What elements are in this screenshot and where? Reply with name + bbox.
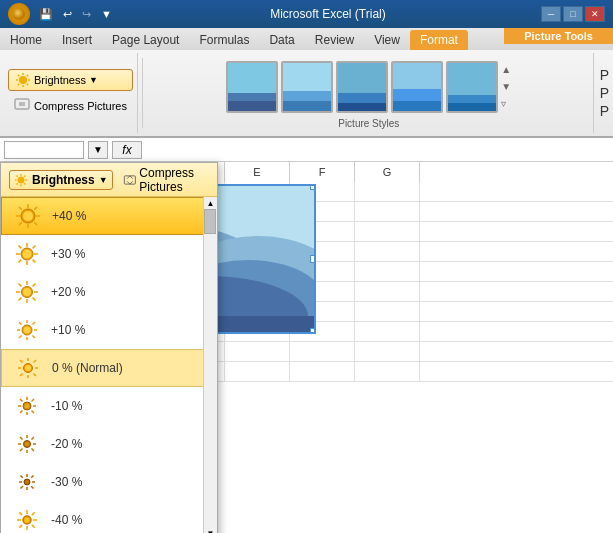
redo-btn[interactable]: ↪ bbox=[79, 7, 94, 22]
svg-rect-27 bbox=[448, 103, 498, 113]
handle-br[interactable] bbox=[310, 328, 316, 334]
cell-g15[interactable] bbox=[355, 222, 420, 241]
brightness-item-m10[interactable]: -10 % bbox=[1, 387, 217, 425]
style-thumb-2[interactable] bbox=[281, 61, 333, 113]
brightness-item-0[interactable]: 0 % (Normal) bbox=[1, 349, 217, 387]
style-more[interactable]: ▿ bbox=[501, 98, 511, 109]
cell-g13[interactable] bbox=[355, 182, 420, 201]
scroll-thumb[interactable] bbox=[204, 209, 216, 234]
scroll-up-btn[interactable]: ▲ bbox=[204, 197, 217, 209]
brightness-item-40[interactable]: +40 % bbox=[1, 197, 217, 235]
cell-f21[interactable] bbox=[290, 342, 355, 361]
col-header-e[interactable]: E bbox=[225, 162, 290, 182]
tab-view[interactable]: View bbox=[364, 30, 410, 50]
dropdown-brightness-label: Brightness bbox=[32, 173, 95, 187]
minimize-btn[interactable]: ─ bbox=[541, 6, 561, 22]
cell-e21[interactable] bbox=[225, 342, 290, 361]
compress-pictures-btn[interactable]: Compress Pictures bbox=[8, 95, 133, 117]
svg-point-1 bbox=[19, 76, 27, 84]
sun-icon-m30 bbox=[13, 468, 41, 496]
style-scroll-down[interactable]: ▼ bbox=[501, 81, 511, 92]
restore-btn[interactable]: □ bbox=[563, 6, 583, 22]
sun-icon-40 bbox=[14, 202, 42, 230]
right-btn-1[interactable]: P bbox=[600, 67, 609, 83]
svg-line-93 bbox=[34, 360, 37, 363]
style-scroll-btns: ▲ ▼ ▿ bbox=[501, 61, 511, 113]
tab-home[interactable]: Home bbox=[0, 30, 52, 50]
svg-line-111 bbox=[20, 437, 23, 440]
col-header-g[interactable]: G bbox=[355, 162, 420, 182]
cell-g16[interactable] bbox=[355, 242, 420, 261]
svg-rect-18 bbox=[283, 101, 333, 113]
formula-input[interactable] bbox=[146, 141, 609, 159]
svg-line-132 bbox=[32, 525, 35, 528]
brightness-item-10[interactable]: +10 % bbox=[1, 311, 217, 349]
cell-g19[interactable] bbox=[355, 302, 420, 321]
brightness-value-m20: -20 % bbox=[51, 437, 82, 451]
picture-styles-label: Picture Styles bbox=[338, 118, 399, 129]
tab-formulas[interactable]: Formulas bbox=[189, 30, 259, 50]
menu-items-container: +40 % +30 % bbox=[1, 197, 217, 533]
svg-point-0 bbox=[13, 8, 25, 20]
cell-g21[interactable] bbox=[355, 342, 420, 361]
cell-g22[interactable] bbox=[355, 362, 420, 381]
brightness-item-m20[interactable]: -20 % bbox=[1, 425, 217, 463]
close-btn[interactable]: ✕ bbox=[585, 6, 605, 22]
brightness-label: Brightness bbox=[34, 74, 86, 86]
formula-fx-btn[interactable]: fx bbox=[112, 141, 142, 159]
style-scroll-up[interactable]: ▲ bbox=[501, 64, 511, 75]
svg-point-56 bbox=[23, 250, 32, 259]
right-btn-2[interactable]: P bbox=[600, 85, 609, 101]
col-header-f[interactable]: F bbox=[290, 162, 355, 182]
handle-mr[interactable] bbox=[310, 255, 316, 263]
scroll-down-btn[interactable]: ▼ bbox=[204, 527, 217, 533]
style-thumb-1[interactable] bbox=[226, 61, 278, 113]
cell-e22[interactable] bbox=[225, 362, 290, 381]
svg-point-86 bbox=[25, 365, 31, 371]
tab-format[interactable]: Format bbox=[410, 30, 468, 50]
sun-icon-0 bbox=[14, 354, 42, 382]
brightness-header-btn[interactable]: Brightness ▼ bbox=[9, 170, 113, 190]
svg-point-106 bbox=[25, 442, 29, 446]
brightness-item-m30[interactable]: -30 % bbox=[1, 463, 217, 501]
tab-review[interactable]: Review bbox=[305, 30, 364, 50]
cell-g17[interactable] bbox=[355, 262, 420, 281]
svg-line-52 bbox=[34, 222, 37, 225]
customize-btn[interactable]: ▼ bbox=[98, 7, 115, 21]
svg-line-103 bbox=[32, 399, 35, 402]
cell-g14[interactable] bbox=[355, 202, 420, 221]
sun-icon-10 bbox=[13, 316, 41, 344]
right-btn-3[interactable]: P bbox=[600, 103, 609, 119]
brightness-item-m40[interactable]: -40 % bbox=[1, 501, 217, 533]
brightness-item-30[interactable]: +30 % bbox=[1, 235, 217, 273]
right-icon-2: P bbox=[600, 85, 609, 101]
cell-f22[interactable] bbox=[290, 362, 355, 381]
svg-line-112 bbox=[32, 449, 35, 452]
cell-g18[interactable] bbox=[355, 282, 420, 301]
right-icon-1: P bbox=[600, 67, 609, 83]
handle-tr[interactable] bbox=[310, 184, 316, 190]
menu-scrollbar[interactable]: ▲ ▼ bbox=[203, 197, 217, 533]
tab-data[interactable]: Data bbox=[259, 30, 304, 50]
svg-line-121 bbox=[21, 476, 23, 478]
svg-rect-10 bbox=[15, 99, 29, 109]
brightness-dropdown-btn[interactable]: Brightness ▼ bbox=[8, 69, 133, 91]
svg-line-64 bbox=[19, 260, 22, 263]
tab-page-layout[interactable]: Page Layout bbox=[102, 30, 189, 50]
office-button[interactable] bbox=[8, 3, 30, 25]
compress-pictures-header-btn[interactable]: Compress Pictures bbox=[123, 166, 209, 194]
svg-line-124 bbox=[21, 486, 23, 488]
name-box[interactable] bbox=[4, 141, 84, 159]
style-thumb-4[interactable] bbox=[391, 61, 443, 113]
style-thumb-3[interactable] bbox=[336, 61, 388, 113]
save-quick-btn[interactable]: 💾 bbox=[36, 7, 56, 22]
brightness-item-20[interactable]: +20 % bbox=[1, 273, 217, 311]
style-thumb-5[interactable] bbox=[446, 61, 498, 113]
brightness-value-40: +40 % bbox=[52, 209, 86, 223]
undo-btn[interactable]: ↩ bbox=[60, 7, 75, 22]
sun-icon-m20 bbox=[13, 430, 41, 458]
cell-g20[interactable] bbox=[355, 322, 420, 341]
tab-insert[interactable]: Insert bbox=[52, 30, 102, 50]
brightness-value-m40: -40 % bbox=[51, 513, 82, 527]
formula-expand-btn[interactable]: ▼ bbox=[88, 141, 108, 159]
